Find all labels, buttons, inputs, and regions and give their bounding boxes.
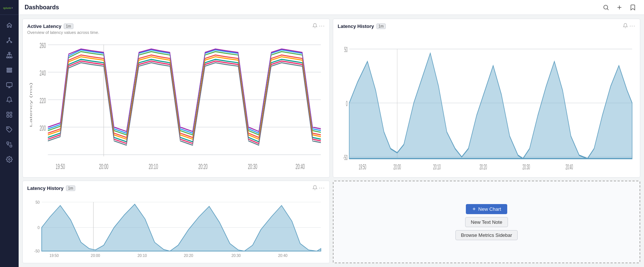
header: Dashboards (19, 0, 644, 15)
svg-rect-19 (10, 145, 12, 147)
sidebar-item-tag[interactable] (0, 122, 19, 137)
svg-rect-5 (9, 53, 10, 54)
new-text-note-button[interactable]: New Text Note (465, 217, 508, 227)
svg-point-2 (9, 38, 10, 39)
svg-text:20:00: 20:00 (394, 162, 401, 171)
svg-point-17 (7, 128, 8, 128)
svg-text:20:40: 20:40 (565, 162, 573, 171)
sidebar-item-hierarchy[interactable] (0, 48, 19, 63)
svg-text:20:10: 20:10 (433, 162, 441, 171)
top-charts-row: Active Latency 1m ··· Overview of latenc… (22, 19, 640, 178)
svg-text:20:40: 20:40 (296, 162, 305, 171)
sidebar-item-list[interactable] (0, 63, 19, 77)
sidebar-item-dashboard[interactable] (0, 107, 19, 122)
svg-text:Latency (ms): Latency (ms) (29, 83, 33, 127)
svg-rect-12 (7, 83, 12, 87)
svg-text:20:20: 20:20 (198, 162, 208, 171)
svg-text:-50: -50 (343, 153, 348, 162)
latency-history-bottom-chart-body: 50 0 -50 19:50 20:00 20:10 (27, 194, 325, 259)
main-content: Dashboards Active Latency 1m (19, 0, 644, 267)
svg-rect-11 (7, 71, 12, 72)
svg-rect-16 (10, 115, 12, 117)
latency-history-bottom-header: Latency History 1m ··· (27, 185, 325, 191)
svg-text:20:20: 20:20 (184, 254, 193, 258)
svg-rect-9 (7, 68, 12, 69)
more-icon-right[interactable]: ··· (629, 23, 635, 29)
search-icon[interactable] (601, 2, 611, 13)
svg-point-4 (11, 42, 12, 43)
active-latency-panel: Active Latency 1m ··· Overview of latenc… (22, 19, 330, 178)
latency-history-right-icons: ··· (623, 23, 635, 29)
sidebar-nav (0, 15, 19, 170)
latency-history-bottom-panel: Latency History 1m ··· (22, 181, 330, 263)
sidebar-item-settings[interactable] (0, 152, 19, 167)
svg-text:0: 0 (38, 226, 40, 230)
latency-history-right-chart-body: 50 0 -50 19:50 20:00 20:10 (338, 32, 635, 174)
svg-rect-10 (7, 70, 12, 70)
svg-text:19:50: 19:50 (56, 162, 65, 171)
svg-text:20:10: 20:10 (149, 162, 158, 171)
latency-history-right-svg: 50 0 -50 19:50 20:00 20:10 (338, 32, 635, 174)
latency-history-bottom-svg: 50 0 -50 19:50 20:00 20:10 (27, 194, 325, 259)
bell-icon-bottom[interactable] (312, 185, 318, 191)
sidebar: splunk › (0, 0, 19, 267)
browse-metrics-button[interactable]: Browse Metrics Sidebar (455, 230, 518, 240)
active-latency-badge: 1m (64, 23, 73, 29)
svg-rect-7 (9, 57, 10, 58)
dashboard-area: Active Latency 1m ··· Overview of latenc… (19, 15, 644, 267)
sidebar-item-topology[interactable] (0, 33, 19, 48)
svg-rect-14 (10, 112, 12, 114)
svg-text:260: 260 (40, 41, 46, 50)
svg-text:20:40: 20:40 (278, 254, 287, 258)
sidebar-item-integration[interactable] (0, 137, 19, 152)
bell-icon[interactable] (312, 23, 318, 29)
svg-text:50: 50 (35, 200, 40, 204)
active-latency-subtitle: Overview of latency values across time. (27, 30, 325, 35)
sidebar-item-home[interactable] (0, 18, 19, 33)
svg-text:50: 50 (344, 45, 348, 54)
active-latency-chart-body: 260 240 220 200 Latency (ms) (27, 36, 325, 174)
svg-text:20:30: 20:30 (523, 162, 530, 171)
drop-zone: New Chart New Text Note Browse Metrics S… (333, 181, 640, 263)
svg-text:-50: -50 (34, 249, 40, 253)
svg-point-21 (604, 5, 608, 9)
svg-text:›: › (12, 6, 13, 9)
active-latency-icons: ··· (312, 23, 325, 29)
svg-point-20 (9, 159, 10, 160)
latency-history-right-header: Latency History 1m ··· (338, 23, 635, 29)
bottom-row: Latency History 1m ··· (22, 181, 640, 263)
new-chart-button[interactable]: New Chart (466, 204, 507, 214)
svg-text:splunk: splunk (3, 6, 11, 9)
svg-text:20:30: 20:30 (248, 162, 257, 171)
svg-text:19:50: 19:50 (359, 162, 366, 171)
bell-icon-right[interactable] (623, 23, 628, 29)
add-icon[interactable] (614, 2, 625, 13)
svg-text:20:20: 20:20 (480, 162, 487, 171)
svg-text:240: 240 (40, 69, 46, 77)
active-latency-svg: 260 240 220 200 Latency (ms) (27, 36, 325, 174)
more-icon[interactable]: ··· (319, 23, 325, 29)
page-title: Dashboards (25, 4, 601, 11)
svg-text:220: 220 (40, 96, 46, 105)
svg-point-3 (7, 42, 8, 43)
header-actions (601, 2, 638, 13)
svg-text:20:30: 20:30 (231, 254, 241, 258)
active-latency-header: Active Latency 1m ··· (27, 23, 325, 29)
svg-text:200: 200 (40, 124, 46, 132)
latency-history-right-title: Latency History (338, 23, 374, 29)
svg-text:19:50: 19:50 (50, 254, 59, 258)
svg-rect-15 (7, 115, 9, 117)
svg-rect-13 (7, 112, 9, 114)
svg-rect-18 (7, 142, 9, 144)
bookmark-icon[interactable] (628, 2, 638, 13)
svg-text:20:10: 20:10 (138, 254, 147, 258)
latency-history-right-badge: 1m (376, 23, 386, 29)
sidebar-item-monitor[interactable] (0, 77, 19, 92)
sidebar-item-alert[interactable] (0, 92, 19, 107)
active-latency-title: Active Latency (27, 23, 61, 29)
latency-history-bottom-badge: 1m (66, 185, 76, 191)
latency-history-bottom-title: Latency History (27, 185, 64, 191)
more-icon-bottom[interactable]: ··· (319, 185, 325, 191)
sidebar-logo[interactable]: splunk › (0, 0, 19, 15)
svg-rect-6 (7, 57, 9, 58)
